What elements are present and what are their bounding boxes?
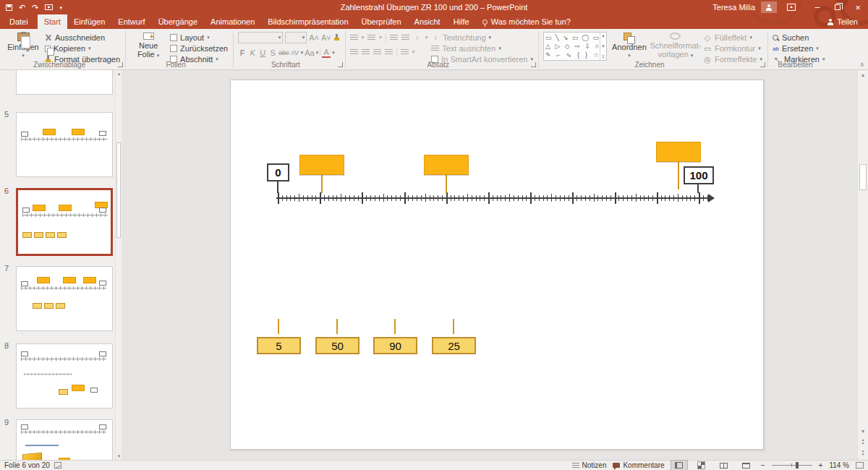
character-spacing-button[interactable]: AV [291, 49, 299, 56]
shape-arrow-icon[interactable]: ↘ [563, 34, 569, 41]
tab-ansicht[interactable]: Ansicht [408, 14, 447, 29]
align-text-button[interactable]: Text ausrichten▾ [431, 44, 533, 53]
italic-button[interactable]: K [248, 48, 257, 57]
tab-uebergaenge[interactable]: Übergänge [152, 14, 204, 29]
find-button[interactable]: Suchen [773, 33, 825, 42]
share-button[interactable]: Teilen [827, 14, 868, 29]
slide-sorter-view-button[interactable] [694, 461, 710, 470]
shape-rtriangle-icon[interactable]: ▷ [555, 43, 560, 50]
scroll-up-icon[interactable]: ▲ [858, 72, 868, 77]
font-color-button[interactable]: A [322, 48, 331, 58]
shrink-font-button[interactable]: A˅ [321, 33, 331, 42]
line-spacing-icon[interactable]: ↕ [413, 34, 422, 41]
bold-button[interactable]: F [238, 48, 247, 57]
shape-brace-left-icon[interactable]: { [577, 51, 579, 59]
shape-textbox-icon[interactable]: ▭ [545, 34, 552, 41]
orange-answer-slot-3[interactable] [656, 142, 701, 162]
align-center-icon[interactable] [362, 49, 370, 56]
zoom-slider-thumb[interactable] [796, 462, 799, 469]
main-scroll-thumb[interactable] [859, 164, 867, 190]
strikethrough-button[interactable]: abc [278, 49, 289, 56]
zoom-level[interactable]: 114 % [829, 461, 849, 469]
answer-box-5[interactable]: 5 [257, 337, 301, 354]
hundred-label-box[interactable]: 100 [684, 166, 714, 184]
font-size-combobox[interactable]: ▾ [285, 32, 307, 43]
answer-box-90[interactable]: 90 [373, 337, 417, 354]
justify-icon[interactable] [385, 49, 393, 56]
minimize-button[interactable]: – [807, 0, 827, 14]
user-name[interactable]: Teresa Milia [712, 3, 755, 12]
spellcheck-icon[interactable] [54, 462, 61, 469]
shape-triangle-icon[interactable]: △ [545, 43, 550, 50]
tab-einfuegen[interactable]: Einfügen [67, 14, 111, 29]
clipboard-dialog-launcher[interactable] [118, 62, 123, 67]
thumbnail-scrollbar[interactable]: ▲ ▼ [115, 70, 122, 460]
shapes-gallery[interactable]: ▭╲↘▭◯▭ △▷◇⇨⇩○ ✎⌐∿{}☆ ▲▼⊽ [543, 32, 607, 61]
shape-diamond-icon[interactable]: ◇ [565, 43, 570, 50]
shape-roundrect-icon[interactable]: ▭ [592, 34, 599, 41]
shape-arrow-down-icon[interactable]: ⇩ [584, 43, 590, 50]
tab-start[interactable]: Start [38, 14, 67, 29]
answer-box-25[interactable]: 25 [432, 337, 476, 354]
paragraph-dialog-launcher[interactable] [531, 62, 536, 67]
clear-formatting-icon[interactable] [333, 34, 340, 41]
bullets-icon[interactable] [350, 35, 358, 41]
font-name-combobox[interactable]: ▾ [238, 32, 283, 43]
paste-button[interactable]: Einfügen ▾ [5, 32, 41, 60]
copy-button[interactable]: Kopieren▾ [45, 44, 120, 53]
previous-slide-button[interactable]: ▲▲ [858, 438, 868, 444]
slide-editing-area[interactable]: 0 100 5 50 90 25 [230, 80, 764, 450]
save-icon[interactable] [6, 4, 12, 11]
close-button[interactable]: × [848, 0, 868, 14]
decrease-indent-icon[interactable] [390, 35, 398, 41]
font-dialog-launcher[interactable] [338, 62, 343, 67]
tab-entwurf[interactable]: Entwurf [111, 14, 151, 29]
tab-ueberpruefen[interactable]: Überprüfen [355, 14, 408, 29]
shape-arrow-right-icon[interactable]: ⇨ [574, 43, 580, 50]
ribbon-display-options-icon[interactable] [787, 4, 796, 11]
zero-label-box[interactable]: 0 [267, 163, 289, 181]
tab-bildschirmpraesentation[interactable]: Bildschirmpräsentation [261, 14, 354, 29]
shape-circle-icon[interactable]: ○ [595, 43, 598, 50]
thumbnail-scroll-thumb[interactable] [116, 142, 121, 238]
tab-animationen[interactable]: Animationen [204, 14, 261, 29]
shape-freeform-icon[interactable]: ✎ [545, 51, 551, 59]
thumbnail-slide-8[interactable] [16, 343, 113, 409]
align-right-icon[interactable] [373, 49, 381, 56]
cut-button[interactable]: Ausschneiden [45, 33, 120, 42]
shape-elbow-icon[interactable]: ⌐ [556, 51, 560, 59]
new-slide-button[interactable]: Neue Folie ▾ [130, 32, 166, 60]
fit-slide-to-window-icon[interactable] [856, 462, 864, 469]
shape-star-icon[interactable]: ☆ [593, 51, 599, 59]
quick-styles-button[interactable]: Schnellformat- vorlagen ▾ [652, 32, 699, 60]
orange-answer-slot-1[interactable] [299, 155, 344, 175]
orange-answer-slot-2[interactable] [424, 155, 469, 175]
main-scrollbar[interactable]: ▲ ▼ ▲▲ ▼▼ [857, 70, 868, 460]
avatar[interactable] [761, 1, 777, 13]
shape-line-icon[interactable]: ╲ [556, 34, 559, 41]
zoom-in-button[interactable]: + [819, 461, 823, 469]
scroll-up-icon[interactable]: ▲ [116, 72, 122, 76]
shape-rect-icon[interactable]: ▭ [572, 34, 579, 41]
align-left-icon[interactable] [350, 49, 358, 56]
zoom-slider[interactable] [772, 465, 812, 466]
shape-brace-right-icon[interactable]: } [585, 51, 587, 59]
tab-datei[interactable]: Datei [0, 14, 38, 29]
thumbnail-slide-6[interactable] [16, 188, 113, 256]
tell-me-search[interactable]: Was möchten Sie tun? [476, 14, 577, 29]
drawing-dialog-launcher[interactable] [760, 62, 765, 67]
next-slide-button[interactable]: ▼▼ [858, 450, 868, 456]
shape-curve-icon[interactable]: ∿ [566, 51, 572, 59]
undo-icon[interactable]: ↶ [19, 4, 25, 12]
shape-oval-icon[interactable]: ◯ [582, 34, 589, 41]
thumbnail-slide-4[interactable] [16, 70, 113, 95]
numbering-icon[interactable] [367, 35, 375, 41]
underline-button[interactable]: U [258, 48, 267, 57]
start-presentation-icon[interactable] [45, 4, 53, 10]
customize-qat-icon[interactable]: ▾ [59, 5, 62, 10]
grow-font-button[interactable]: A˄ [309, 33, 319, 42]
change-case-button[interactable]: Aa [305, 48, 314, 57]
shape-outline-button[interactable]: ▭Formkontur▾ [703, 44, 762, 53]
shapes-gallery-scrollbar[interactable]: ▲▼⊽ [600, 33, 606, 60]
reset-button[interactable]: Zurücksetzen [170, 44, 228, 53]
